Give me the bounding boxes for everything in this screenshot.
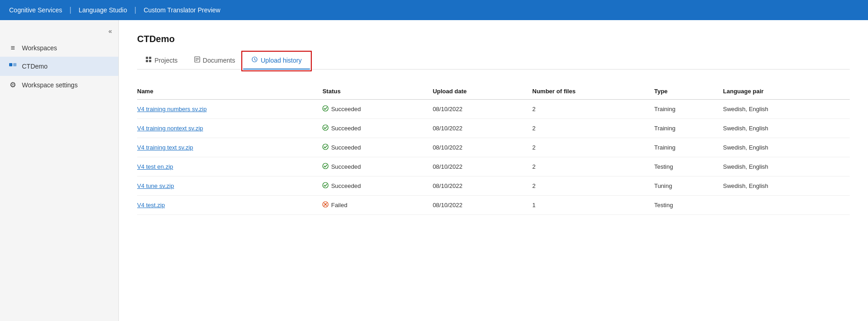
upload-history-table: Name Status Upload date Number of files …: [137, 83, 850, 215]
workspaces-icon: ≡: [8, 44, 17, 52]
col-language-pair: Language pair: [723, 83, 850, 100]
status-success-icon: [322, 144, 329, 151]
svg-rect-0: [9, 63, 12, 66]
row-type: Testing: [654, 157, 723, 177]
row-upload-date: 08/10/2022: [433, 100, 533, 119]
page-title: CTDemo: [137, 34, 850, 44]
nav-custom-translator[interactable]: Custom Translator Preview: [137, 6, 227, 14]
tab-documents[interactable]: Documents: [186, 53, 244, 70]
nav-cognitive-services[interactable]: Cognitive Services: [9, 6, 69, 14]
row-name-link[interactable]: V4 training nontext sv.zip: [137, 125, 203, 132]
col-upload-date: Upload date: [433, 83, 533, 100]
row-name-link[interactable]: V4 tune sv.zip: [137, 182, 174, 189]
row-type: Testing: [654, 196, 723, 215]
col-type: Type: [654, 83, 723, 100]
sidebar-item-workspace-settings-label: Workspace settings: [22, 81, 78, 89]
row-num-files: 2: [533, 177, 655, 196]
sidebar-item-workspace-settings[interactable]: ⚙ Workspace settings: [0, 76, 118, 94]
svg-point-11: [323, 106, 328, 111]
upload-history-tab-icon: [251, 56, 258, 64]
row-name-link[interactable]: V4 test.zip: [137, 202, 165, 209]
row-language-pair: Swedish, English: [723, 157, 850, 177]
svg-point-12: [323, 125, 328, 130]
row-num-files: 2: [533, 100, 655, 119]
main-content: CTDemo Projects Documents Upload history: [119, 20, 868, 321]
svg-point-13: [323, 144, 328, 150]
table-row: V4 training text sv.zipSucceeded08/10/20…: [137, 138, 850, 157]
svg-rect-5: [149, 60, 151, 62]
tab-projects[interactable]: Projects: [137, 53, 186, 70]
row-upload-date: 08/10/2022: [433, 177, 533, 196]
workspace-settings-icon: ⚙: [8, 80, 17, 89]
row-language-pair: Swedish, English: [723, 119, 850, 138]
row-name-link[interactable]: V4 training numbers sv.zip: [137, 106, 207, 112]
row-language-pair: Swedish, English: [723, 100, 850, 119]
sidebar-item-workspaces-label: Workspaces: [22, 44, 57, 52]
row-language-pair: [723, 196, 850, 215]
col-status: Status: [322, 83, 432, 100]
table-row: V4 test.zipFailed08/10/20221Testing: [137, 196, 850, 215]
row-type: Training: [654, 138, 723, 157]
top-nav: Cognitive Services | Language Studio | C…: [0, 0, 868, 20]
projects-tab-label: Projects: [154, 57, 178, 64]
svg-rect-1: [13, 63, 16, 66]
row-num-files: 2: [533, 119, 655, 138]
app-layout: « ≡ Workspaces CTDemo ⚙ Workspace settin…: [0, 20, 868, 321]
row-type: Tuning: [654, 177, 723, 196]
documents-tab-label: Documents: [203, 57, 235, 64]
status-text: Failed: [331, 202, 347, 209]
sidebar-item-workspaces[interactable]: ≡ Workspaces: [0, 39, 118, 57]
row-type: Training: [654, 119, 723, 138]
sidebar: « ≡ Workspaces CTDemo ⚙ Workspace settin…: [0, 20, 119, 321]
col-name: Name: [137, 83, 322, 100]
row-type: Training: [654, 100, 723, 119]
svg-rect-3: [149, 57, 151, 59]
svg-point-14: [323, 163, 328, 169]
table-row: V4 test en.zipSucceeded08/10/20222Testin…: [137, 157, 850, 177]
status-success-icon: [322, 105, 329, 113]
status-success-icon: [322, 163, 329, 171]
status-text: Succeeded: [331, 106, 361, 112]
sidebar-item-ctdemo[interactable]: CTDemo: [0, 57, 118, 76]
row-name-link[interactable]: V4 training text sv.zip: [137, 144, 193, 151]
row-upload-date: 08/10/2022: [433, 157, 533, 177]
ctdemo-icon: [8, 61, 17, 71]
svg-rect-4: [146, 60, 148, 62]
table-header-row: Name Status Upload date Number of files …: [137, 83, 850, 100]
projects-tab-icon: [145, 56, 152, 64]
col-num-files: Number of files: [533, 83, 655, 100]
row-name-link[interactable]: V4 test en.zip: [137, 163, 173, 170]
sidebar-collapse-button[interactable]: «: [0, 25, 118, 39]
row-upload-date: 08/10/2022: [433, 196, 533, 215]
upload-history-tab-label: Upload history: [261, 57, 302, 64]
status-text: Succeeded: [331, 163, 361, 170]
row-language-pair: Swedish, English: [723, 138, 850, 157]
row-language-pair: Swedish, English: [723, 177, 850, 196]
nav-divider-1: |: [69, 6, 72, 14]
tab-bar: Projects Documents Upload history: [137, 53, 850, 70]
status-success-icon: [322, 124, 329, 132]
table-row: V4 training nontext sv.zipSucceeded08/10…: [137, 119, 850, 138]
table-row: V4 tune sv.zipSucceeded08/10/20222Tuning…: [137, 177, 850, 196]
nav-divider-2: |: [133, 6, 137, 14]
row-num-files: 2: [533, 157, 655, 177]
row-num-files: 1: [533, 196, 655, 215]
svg-point-15: [323, 182, 328, 188]
tab-upload-history[interactable]: Upload history: [243, 53, 310, 70]
documents-tab-icon: [194, 56, 200, 64]
row-num-files: 2: [533, 138, 655, 157]
nav-language-studio[interactable]: Language Studio: [72, 6, 133, 14]
status-text: Succeeded: [331, 144, 361, 151]
status-fail-icon: [322, 201, 329, 209]
status-text: Succeeded: [331, 125, 361, 132]
table-row: V4 training numbers sv.zipSucceeded08/10…: [137, 100, 850, 119]
svg-rect-2: [146, 57, 148, 59]
status-success-icon: [322, 182, 329, 190]
sidebar-item-ctdemo-label: CTDemo: [22, 63, 48, 70]
status-text: Succeeded: [331, 182, 361, 189]
row-upload-date: 08/10/2022: [433, 119, 533, 138]
row-upload-date: 08/10/2022: [433, 138, 533, 157]
